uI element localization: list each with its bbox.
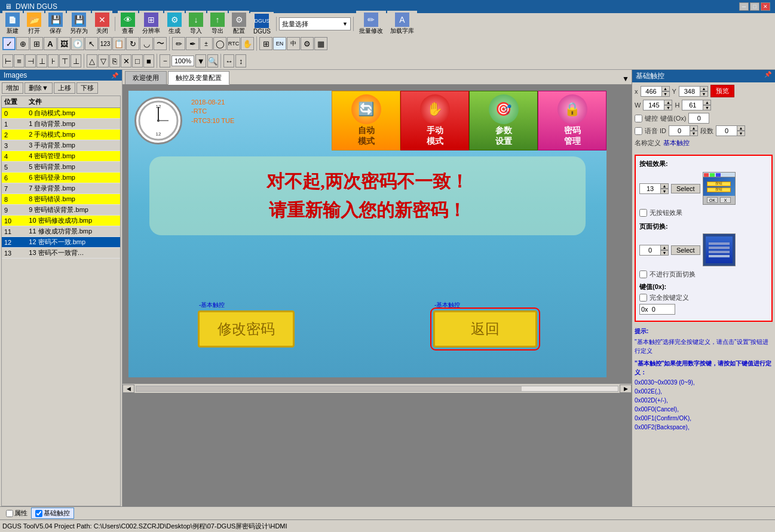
h-scrollbar[interactable]: ◀ ▶ xyxy=(122,383,632,393)
list-item[interactable]: 1111 修改成功背景.bmp xyxy=(2,226,120,237)
speech-up-btn[interactable]: ▲ xyxy=(690,125,698,131)
pencil-tool[interactable]: ✏ xyxy=(172,37,185,50)
list-item[interactable]: 55 密码背景.bmp xyxy=(2,162,120,173)
page-switch-down-btn[interactable]: ▼ xyxy=(660,250,669,256)
return-button[interactable]: 返回 xyxy=(433,310,537,348)
list-item[interactable]: 1313 密码不一致背… xyxy=(2,248,120,259)
batch-select-combo[interactable]: 批量选择 ▼ xyxy=(279,17,351,30)
align-right-tool[interactable]: ⊣ xyxy=(25,54,36,67)
batch-modify-button[interactable]: ✏ 批量修改 xyxy=(356,11,386,37)
align-bottom-tool[interactable]: ⊥ xyxy=(71,54,81,67)
import-button[interactable]: ↓ 导入 xyxy=(186,11,206,37)
no-page-switch-checkbox[interactable] xyxy=(639,270,647,278)
cursor-tool[interactable]: ↖ xyxy=(85,37,98,50)
zoom-dropdown-tool[interactable]: ▼ xyxy=(195,54,206,67)
close-button[interactable]: ✕ xyxy=(761,2,770,11)
btn-effect-input[interactable] xyxy=(639,183,660,194)
w-down-btn[interactable]: ▼ xyxy=(664,105,672,110)
btn-effect-up-btn[interactable]: ▲ xyxy=(660,183,669,189)
page-switch-input[interactable] xyxy=(639,245,660,256)
rtc-tool[interactable]: RTC xyxy=(227,37,240,50)
key-hex-input[interactable] xyxy=(639,304,675,315)
save-button[interactable]: 💾 保存 xyxy=(45,11,66,37)
move-tool[interactable]: ⊕ xyxy=(16,37,29,50)
select-btn2[interactable]: Select xyxy=(671,245,700,255)
text-tool[interactable]: A xyxy=(44,37,57,50)
param-settings-btn[interactable]: 🎯 参数 设置 xyxy=(469,91,538,150)
circle-tool[interactable]: ◯ xyxy=(213,37,226,50)
manual-mode-btn[interactable]: ✋ 手动 模式 xyxy=(400,91,469,150)
doc-tool[interactable]: 📋 xyxy=(112,37,125,50)
list-item[interactable]: 33 手动背景.bmp xyxy=(2,140,120,151)
fit-height-tool[interactable]: ↕ xyxy=(235,54,246,67)
x-input[interactable] xyxy=(641,86,661,97)
h-down-btn[interactable]: ▼ xyxy=(703,105,711,110)
h-scroll-track[interactable] xyxy=(136,386,618,392)
fit-width-tool[interactable]: ↔ xyxy=(223,54,234,67)
h-input[interactable] xyxy=(682,100,703,110)
delete-image-button[interactable]: 删除▼ xyxy=(24,82,53,94)
h-scroll-thumb[interactable] xyxy=(136,386,522,391)
image-tool[interactable]: 🖼 xyxy=(57,37,71,50)
tab-touch-config[interactable]: 触控及变量配置 xyxy=(168,71,229,85)
select-tool[interactable]: ✓ xyxy=(2,37,16,50)
align-center-tool[interactable]: ≡ xyxy=(14,54,24,67)
wave-tool[interactable]: 〜 xyxy=(154,37,167,50)
h-up-btn[interactable]: ▲ xyxy=(703,100,711,105)
y-input[interactable] xyxy=(679,86,700,97)
w-up-btn[interactable]: ▲ xyxy=(664,100,672,105)
basic-touch-tab[interactable]: 基础触控 xyxy=(31,508,74,519)
distribute-v-tool[interactable]: ⊦ xyxy=(48,54,59,67)
btn-effect-down-btn[interactable]: ▼ xyxy=(660,189,669,194)
complete-key-checkbox[interactable] xyxy=(639,294,647,302)
key-ctrl-checkbox[interactable] xyxy=(635,115,642,122)
hand-tool[interactable]: ✋ xyxy=(241,37,254,50)
copy-tool[interactable]: ⎘ xyxy=(109,54,120,67)
layer-up-tool[interactable]: △ xyxy=(87,54,97,67)
cn-tool[interactable]: 中 xyxy=(287,37,300,50)
x-up-btn[interactable]: ▲ xyxy=(661,86,670,91)
refresh-tool[interactable]: ↻ xyxy=(126,37,139,50)
align-top-tool[interactable]: ⊤ xyxy=(59,54,70,67)
saveas-button[interactable]: 💾 另存为 xyxy=(67,11,91,37)
segments-input[interactable] xyxy=(716,125,737,136)
number-tool[interactable]: 123 xyxy=(99,37,112,50)
w-input[interactable] xyxy=(643,100,664,110)
list-item[interactable]: 88 密码错误.bmp xyxy=(2,194,120,205)
tab-dropdown-icon[interactable]: ▼ xyxy=(622,75,629,83)
speech-down-btn[interactable]: ▼ xyxy=(690,131,698,136)
list-item[interactable]: 1010 密码修改成功.bmp xyxy=(2,216,120,226)
table-tool[interactable]: ▦ xyxy=(314,37,327,50)
speech-id-input[interactable] xyxy=(669,125,690,136)
segments-down-btn[interactable]: ▼ xyxy=(737,131,745,136)
y-up-btn[interactable]: ▲ xyxy=(700,86,708,91)
tab-welcome[interactable]: 欢迎使用 xyxy=(125,71,167,84)
some-tool2[interactable]: ■ xyxy=(143,54,154,67)
pwd-mgmt-btn[interactable]: 🔒 密码 管理 xyxy=(538,91,606,150)
layer-down-tool[interactable]: ▽ xyxy=(98,54,109,67)
scroll-right-btn[interactable]: ▶ xyxy=(620,385,632,393)
pen-tool[interactable]: ✒ xyxy=(186,37,199,50)
zoom-minus-tool[interactable]: － xyxy=(160,54,170,67)
resize-tool[interactable]: ⊞ xyxy=(30,37,43,50)
list-item[interactable]: 22 手动模式.bmp xyxy=(2,130,120,140)
minimize-button[interactable]: ─ xyxy=(739,2,749,11)
key-val-input[interactable] xyxy=(688,113,709,124)
plus-minus-tool[interactable]: ± xyxy=(200,37,213,50)
align-left-tool[interactable]: ⊢ xyxy=(2,54,13,67)
list-item[interactable]: 99 密码错误背景.bmp xyxy=(2,205,120,216)
close-doc-button[interactable]: ✕ 关闭 xyxy=(92,11,112,37)
arc-tool[interactable]: ◡ xyxy=(140,37,153,50)
dgus-button[interactable]: DGUS DGUS xyxy=(250,12,274,36)
move-down-button[interactable]: 下移 xyxy=(76,82,98,94)
delete-tool[interactable]: ✕ xyxy=(121,54,131,67)
list-item[interactable]: 00 自动模式.bmp xyxy=(2,108,120,119)
export-button[interactable]: ↑ 导出 xyxy=(207,11,228,37)
list-item[interactable]: 66 密码登录.bmp xyxy=(2,173,120,183)
grid-tool[interactable]: ⊞ xyxy=(259,37,272,50)
some-tool[interactable]: □ xyxy=(132,54,143,67)
list-item[interactable]: 44 密码管理.bmp xyxy=(2,151,120,162)
distribute-h-tool[interactable]: ⊥ xyxy=(36,54,47,67)
basic-touch-checkbox[interactable] xyxy=(35,510,42,517)
list-item[interactable]: 11 自动背景.bmp xyxy=(2,119,120,130)
